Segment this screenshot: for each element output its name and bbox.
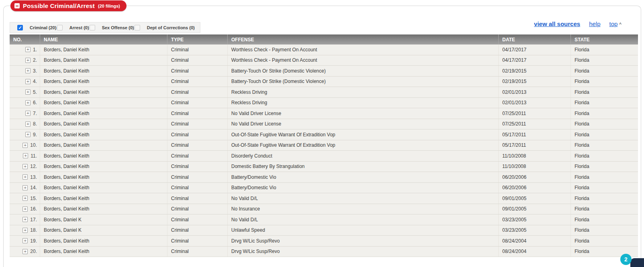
name-cell: Borders, Daniel Keith: [40, 44, 167, 55]
offense-cell: Worthless Check - Payment On Account: [227, 55, 498, 66]
expand-row-button[interactable]: +: [25, 111, 31, 116]
expand-row-button[interactable]: +: [22, 164, 28, 169]
state-cell: Florida: [571, 236, 638, 246]
table-row: + 16. Borders, Daniel Keith Criminal No …: [10, 204, 638, 215]
row-number: 10.: [30, 142, 37, 148]
possible-criminal-arrest-section: Possible Criminal/Arrest (20 filings) vi…: [3, 6, 641, 267]
name-cell: Borders, Daniel Keith: [40, 55, 167, 66]
table-row: + 14. Borders, Daniel Keith Criminal Bat…: [10, 183, 638, 194]
expand-row-button[interactable]: +: [25, 89, 31, 95]
expand-row-button[interactable]: +: [25, 121, 31, 127]
date-cell: 09/01/2005: [498, 193, 571, 204]
type-cell: Criminal: [167, 119, 227, 129]
column-header-no: NO.: [10, 34, 40, 44]
name-cell: Borders, Daniel Keith: [40, 204, 167, 214]
type-cell: Criminal: [167, 172, 227, 182]
expand-row-button[interactable]: +: [25, 79, 31, 84]
top-link-group: top^: [609, 20, 622, 27]
row-number: 8.: [33, 121, 37, 127]
expand-row-button[interactable]: +: [22, 238, 28, 243]
type-cell: Criminal: [167, 162, 227, 172]
date-cell: 11/10/2008: [498, 151, 571, 161]
table-row: + 7. Borders, Daniel Keith Criminal No V…: [10, 108, 638, 119]
type-cell: Criminal: [167, 108, 227, 119]
expand-row-button[interactable]: +: [22, 185, 28, 190]
table-row: + 4. Borders, Daniel Keith Criminal Batt…: [10, 77, 638, 87]
type-cell: Criminal: [167, 151, 227, 161]
name-cell: Borders, Daniel Keith: [40, 162, 167, 172]
top-link[interactable]: top: [609, 20, 618, 27]
table-row: + 6. Borders, Daniel Keith Criminal Reck…: [10, 98, 638, 109]
table-row: + 9. Borders, Daniel Keith Criminal Out-…: [10, 129, 638, 140]
offense-cell: Out-Of-State Fugitive Warrant Of Extradi…: [227, 129, 498, 140]
view-all-sources-link[interactable]: view all sources: [534, 20, 580, 27]
state-cell: Florida: [571, 204, 638, 214]
row-number: 3.: [33, 68, 37, 74]
filter-checkbox[interactable]: [90, 25, 95, 30]
name-cell: Borders, Daniel Keith: [40, 236, 167, 246]
section-header-badge[interactable]: Possible Criminal/Arrest (20 filings): [10, 0, 126, 11]
row-number: 12.: [30, 164, 37, 169]
links-bar: view all sources help top^: [534, 20, 622, 27]
expand-row-button[interactable]: +: [25, 100, 31, 105]
name-cell: Borders, Daniel Keith: [40, 151, 167, 161]
table-row: + 3. Borders, Daniel Keith Criminal Batt…: [10, 66, 638, 77]
expand-row-button[interactable]: +: [23, 153, 28, 158]
date-cell: 03/23/2005: [498, 214, 571, 225]
date-cell: 02/19/2015: [498, 66, 571, 76]
row-number-cell: + 13.: [10, 172, 40, 182]
date-cell: 02/01/2013: [498, 87, 571, 97]
help-link[interactable]: help: [589, 20, 600, 27]
section-title: Possible Criminal/Arrest: [23, 2, 95, 9]
state-cell: Florida: [571, 225, 638, 236]
date-cell: 08/24/2004: [498, 236, 571, 246]
type-cell: Criminal: [167, 140, 227, 151]
date-cell: 06/20/2006: [498, 172, 571, 182]
date-cell: 02/19/2015: [498, 77, 571, 87]
expand-row-button[interactable]: +: [22, 249, 28, 254]
caret-up-icon: ^: [619, 22, 622, 27]
expand-row-button[interactable]: +: [22, 143, 28, 148]
expand-row-button[interactable]: +: [22, 228, 28, 233]
offense-cell: Reckless Driving: [227, 87, 498, 97]
offense-cell: No Valid Driver License: [227, 119, 498, 129]
offense-cell: Reckless Driving: [227, 98, 498, 108]
row-number-cell: + 8.: [10, 119, 40, 129]
section-filing-count: (20 filings): [98, 4, 120, 8]
row-number: 6.: [33, 100, 37, 105]
row-number: 11.: [31, 153, 37, 159]
expand-row-button[interactable]: +: [22, 206, 28, 212]
filter-label: Dept of Corrections (0): [147, 25, 195, 30]
expand-row-button[interactable]: +: [25, 68, 31, 73]
expand-row-button[interactable]: +: [22, 196, 28, 201]
table-row: + 8. Borders, Daniel Keith Criminal No V…: [10, 119, 638, 130]
expand-row-button[interactable]: +: [25, 58, 31, 63]
type-cell: Criminal: [167, 183, 227, 193]
name-cell: Borders, Daniel Keith: [40, 87, 167, 97]
filter-checkbox[interactable]: [57, 25, 63, 30]
collapse-section-icon[interactable]: [14, 3, 20, 8]
date-cell: 09/01/2005: [498, 204, 571, 214]
table-row: + 15. Borders, Daniel Keith Criminal No …: [10, 193, 638, 204]
name-cell: Borders, Daniel Keith: [40, 108, 167, 119]
state-cell: Florida: [571, 108, 638, 119]
chat-widget-corner[interactable]: [630, 258, 644, 267]
expand-row-button[interactable]: +: [22, 217, 28, 222]
row-number-cell: + 16.: [10, 204, 40, 214]
state-cell: Florida: [571, 172, 638, 182]
table-row: + 1. Borders, Daniel Keith Criminal Wort…: [10, 44, 638, 55]
filter-checkbox[interactable]: [17, 25, 23, 30]
expand-row-button[interactable]: +: [25, 132, 31, 137]
row-number-cell: + 3.: [10, 66, 40, 76]
criminal-records-page: Possible Criminal/Arrest (20 filings) vi…: [0, 0, 644, 267]
type-cell: Criminal: [167, 77, 227, 87]
name-cell: Borders, Daniel Keith: [40, 183, 167, 193]
offense-cell: No Valid D/L: [227, 193, 498, 204]
date-cell: 07/25/2011: [498, 108, 571, 119]
expand-row-button[interactable]: +: [25, 47, 31, 52]
row-number-cell: + 17.: [10, 214, 40, 225]
filter-checkbox[interactable]: [135, 25, 140, 30]
row-number-cell: + 2.: [10, 55, 40, 66]
expand-row-button[interactable]: +: [22, 174, 28, 180]
notification-count-badge[interactable]: 2: [620, 254, 632, 265]
